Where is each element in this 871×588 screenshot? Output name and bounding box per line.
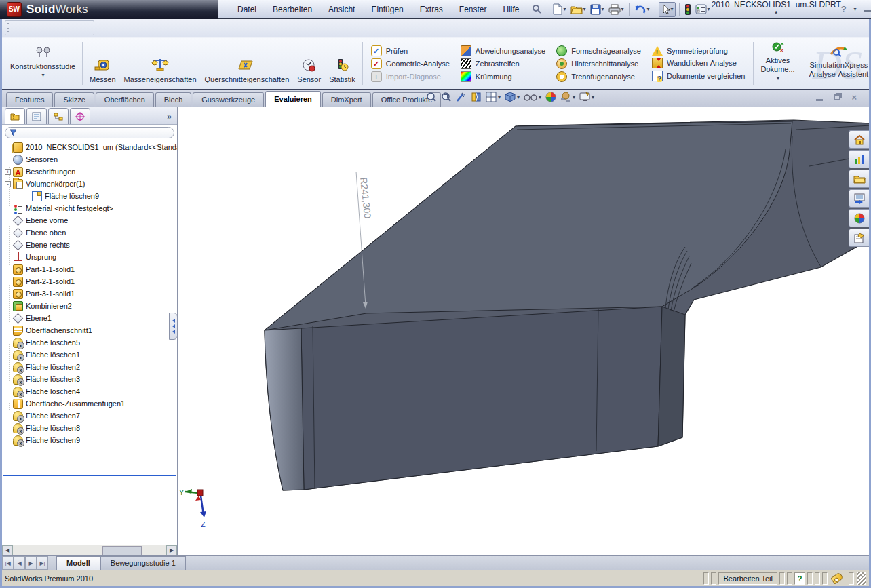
print-icon[interactable]: ▾ [607,2,625,17]
tab-features[interactable]: Features [6,92,53,107]
configurationmanager-tab-icon[interactable] [48,108,69,124]
doc-close-button[interactable]: × [851,92,857,102]
tab-evaluieren[interactable]: Evaluieren [265,91,321,107]
dimxpertmanager-tab-icon[interactable] [70,108,90,124]
tree-item[interactable]: Ebene oben [2,227,177,239]
formschraegeanalyse-button[interactable]: Formschrägeanalyse [556,45,641,56]
resources-icon[interactable] [849,150,869,168]
symmetriepruefung-button[interactable]: Symmetrieprüfung [652,46,746,56]
tree-item[interactable]: Fläche löschen7 [2,410,177,422]
tree-item[interactable]: Fläche löschen1 [2,349,177,361]
doc-minimize-button[interactable] [816,99,823,101]
first-tab-icon[interactable]: |◀ [2,556,14,570]
panel-splitter-handle[interactable] [169,313,178,340]
search-icon[interactable] [532,4,541,15]
expand-toggle[interactable]: - [5,181,11,187]
sensor-button[interactable]: Sensor [293,39,325,87]
scroll-left-icon[interactable]: ◀ [2,545,13,556]
scroll-right-icon[interactable]: ▶ [166,545,177,556]
menu-datei[interactable]: Datei [231,3,263,16]
select-cursor-icon[interactable]: ▾ [659,2,676,17]
next-tab-icon[interactable]: ▶ [25,556,37,570]
save-icon[interactable]: ▾ [589,2,606,17]
tree-item[interactable]: Material <nicht festgelegt> [2,202,177,214]
konstruktionsstudie-caret-icon[interactable]: ▾ [41,72,44,78]
quick-tips-icon[interactable]: ? [794,572,805,585]
dokumente-vergleichen-button[interactable]: Dokumente vergleichen [652,71,746,81]
querschnitteigenschaften-button[interactable]: Querschnitteigenschaften [201,39,294,87]
help-button[interactable]: ? [841,4,847,14]
menu-einfuegen[interactable]: Einfügen [364,3,410,16]
simulationxpress-button[interactable]: SimulationXpress Analyse-Assistent [805,39,871,87]
new-document-icon[interactable]: ▾ [551,2,568,17]
menu-bearbeiten[interactable]: Bearbeiten [266,3,319,16]
tree-item[interactable]: Ursprung [2,251,177,263]
panel-overflow-chevron[interactable]: » [164,112,174,124]
kruemmung-button[interactable]: Krümmung [461,71,545,82]
propertymanager-tab-icon[interactable] [26,108,47,124]
tree-item[interactable]: Sensoren [2,153,177,165]
pruefen-button[interactable]: ✓ Prüfen [371,45,450,56]
tree-item[interactable]: Fläche löschen5 [2,336,177,349]
menu-fenster[interactable]: Fenster [452,3,494,16]
wanddicken-analyse-button[interactable]: Wanddicken-Analyse [652,58,746,68]
prev-tab-icon[interactable]: ◀ [14,556,25,570]
hinterschnittanalyse-button[interactable]: Hinterschnittanalyse [556,58,641,69]
menu-hilfe[interactable]: Hilfe [497,3,526,16]
home-icon[interactable] [849,130,869,149]
last-tab-icon[interactable]: ▶| [37,556,48,570]
help-caret-icon[interactable]: ▾ [854,6,857,12]
tab-bewegungsstudie[interactable]: Bewegungsstudie 1 [100,556,186,570]
tab-blech[interactable]: Blech [155,92,192,107]
panel-horizontal-scrollbar[interactable]: ◀ ▶ [2,545,177,555]
featuremanager-tab-icon[interactable] [5,108,25,124]
minimize-button[interactable] [864,10,871,12]
zoom-fit-icon[interactable] [426,92,437,102]
konstruktionsstudie-button[interactable]: Konstruktionsstudie ▾ [6,39,79,87]
appearances-icon[interactable] [849,209,869,227]
tab-gusswerkzeuge[interactable]: Gusswerkzeuge [193,92,264,107]
file-explorer-icon[interactable] [849,189,869,208]
tree-item[interactable]: Ebene1 [2,312,177,324]
tab-modell[interactable]: Modell [56,556,100,570]
rollback-bar[interactable] [3,475,176,476]
trennfugenanalyse-button[interactable]: Trennfugenanalyse [556,71,641,82]
tab-skizze[interactable]: Skizze [54,92,94,107]
open-icon[interactable]: ▾ [569,2,587,17]
tree-item[interactable]: Ebene vorne [2,214,177,227]
display-style-icon[interactable]: ▾ [505,92,520,102]
zebrastreifen-button[interactable]: Zebrastreifen [461,58,545,69]
hide-show-items-icon[interactable]: ▾ [524,92,541,102]
custom-properties-icon[interactable] [849,229,869,247]
resize-grip[interactable] [857,572,866,585]
abweichungsanalyse-button[interactable]: Abweichungsanalyse [461,45,545,56]
view-orientation-icon[interactable]: ▾ [486,92,501,102]
expand-toggle[interactable]: + [5,169,11,175]
tree-item[interactable]: Fläche löschen4 [2,385,177,397]
section-view-icon[interactable] [471,92,482,102]
design-library-icon[interactable] [849,170,869,188]
tree-item[interactable]: - Volumenkörper(1) [2,178,177,190]
tree-item[interactable]: Part-2-1-solid1 [2,275,177,288]
scrollbar-thumb[interactable] [102,546,142,555]
tree-item[interactable]: Oberflächenschnitt1 [2,324,177,336]
statistik-button[interactable]: Statistik [325,39,360,87]
tree-root-item[interactable]: 2010_NECKSOLIDS1_um (Standard<<Standar [2,141,177,153]
masseneigenschaften-button[interactable]: Masseneigenschaften [120,39,201,87]
rebuild-traffic-light-icon[interactable] [683,2,693,17]
edit-appearance-icon[interactable] [545,92,556,102]
tree-item[interactable]: Ebene rechts [2,239,177,251]
tree-item[interactable]: Kombinieren2 [2,300,177,312]
menu-ansicht[interactable]: Ansicht [322,3,362,16]
geometrie-analyse-button[interactable]: ✓ Geometrie-Analyse [371,58,450,69]
tree-item[interactable]: Fläche löschen9 [2,434,177,446]
tree-item[interactable]: + Beschriftungen [2,165,177,178]
aktives-caret-icon[interactable]: ▾ [777,74,779,83]
menu-extras[interactable]: Extras [413,3,450,16]
tree-item[interactable]: Oberfläche-Zusammenfügen1 [2,397,177,410]
tab-oberflaechen[interactable]: Oberflächen [96,92,154,107]
tree-item[interactable]: Fläche löschen2 [2,361,177,373]
options-icon[interactable]: ▾ [694,2,712,17]
doc-restore-button[interactable] [834,94,840,100]
graphics-viewport[interactable]: R241,300 Y Z [178,107,869,555]
